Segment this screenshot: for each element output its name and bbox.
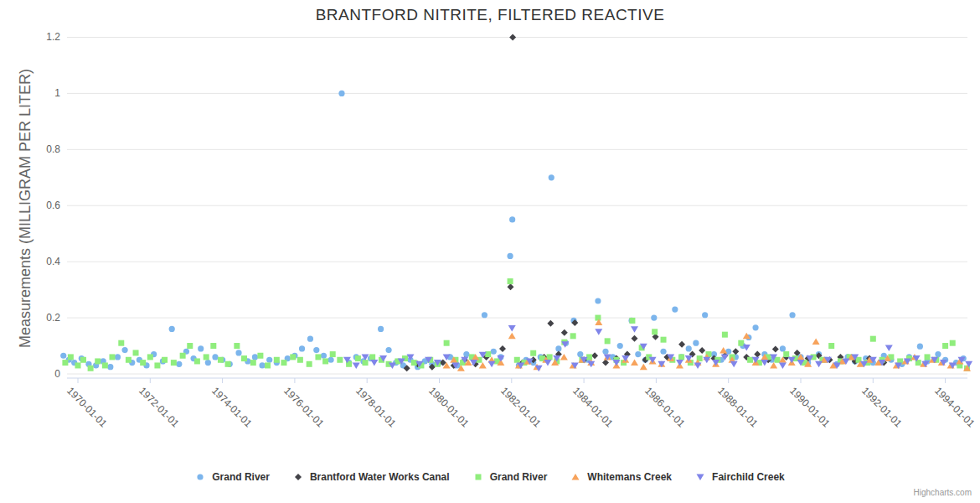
data-point[interactable] — [730, 361, 738, 368]
data-point[interactable] — [783, 351, 789, 357]
data-point[interactable] — [925, 354, 931, 360]
data-point[interactable] — [491, 349, 497, 355]
data-point[interactable] — [514, 357, 520, 363]
data-point[interactable] — [257, 353, 263, 359]
data-point[interactable] — [712, 360, 720, 366]
data-point[interactable] — [355, 355, 361, 361]
data-point[interactable] — [661, 337, 667, 343]
data-point[interactable] — [171, 360, 177, 366]
data-point[interactable] — [328, 357, 333, 363]
data-point[interactable] — [218, 357, 224, 363]
data-point[interactable] — [547, 354, 553, 360]
data-point[interactable] — [385, 347, 391, 353]
data-point[interactable] — [482, 312, 487, 318]
data-point[interactable] — [508, 283, 514, 290]
data-point[interactable] — [632, 335, 638, 342]
legend-item-fairchild-creek[interactable]: Fairchild Creek — [695, 471, 785, 483]
data-point[interactable] — [60, 353, 66, 359]
data-point[interactable] — [321, 353, 327, 359]
data-point[interactable] — [629, 318, 635, 324]
data-point[interactable] — [651, 314, 657, 320]
data-point[interactable] — [107, 364, 113, 370]
data-point[interactable] — [942, 343, 948, 349]
data-point[interactable] — [635, 351, 641, 357]
data-point[interactable] — [828, 343, 834, 349]
data-point[interactable] — [235, 350, 241, 355]
data-point[interactable] — [605, 338, 611, 344]
data-point[interactable] — [812, 339, 820, 345]
data-point[interactable] — [225, 361, 231, 367]
data-point[interactable] — [210, 343, 216, 349]
data-point[interactable] — [88, 366, 94, 371]
data-point[interactable] — [544, 360, 551, 366]
data-point[interactable] — [126, 357, 132, 363]
data-point[interactable] — [281, 360, 286, 366]
data-point[interactable] — [885, 345, 893, 351]
data-point[interactable] — [118, 340, 124, 346]
data-point[interactable] — [322, 358, 328, 364]
data-point[interactable] — [234, 343, 240, 349]
data-point[interactable] — [779, 362, 787, 369]
data-point[interactable] — [732, 348, 739, 355]
data-point[interactable] — [678, 341, 685, 348]
data-point[interactable] — [508, 333, 516, 340]
data-point[interactable] — [591, 352, 598, 359]
data-point[interactable] — [577, 351, 583, 357]
data-point[interactable] — [693, 340, 699, 346]
data-point[interactable] — [602, 360, 609, 366]
data-point[interactable] — [194, 358, 200, 364]
data-point[interactable] — [722, 332, 728, 338]
data-point[interactable] — [595, 329, 602, 335]
data-point[interactable] — [369, 354, 375, 360]
data-point[interactable] — [917, 344, 923, 350]
data-point[interactable] — [699, 347, 705, 354]
data-point[interactable] — [265, 362, 271, 368]
data-point[interactable] — [694, 362, 702, 369]
data-point[interactable] — [509, 216, 515, 222]
data-point[interactable] — [547, 320, 554, 327]
data-point[interactable] — [297, 357, 303, 363]
data-point[interactable] — [780, 345, 786, 351]
data-point[interactable] — [702, 312, 708, 318]
data-point[interactable] — [75, 362, 81, 368]
data-point[interactable] — [140, 360, 146, 366]
data-point[interactable] — [290, 354, 296, 360]
data-point[interactable] — [617, 343, 623, 349]
data-point[interactable] — [508, 278, 513, 284]
data-point[interactable] — [411, 360, 417, 366]
data-point[interactable] — [509, 34, 516, 40]
data-point[interactable] — [747, 357, 753, 363]
data-point[interactable] — [95, 358, 101, 364]
data-point[interactable] — [204, 354, 209, 360]
data-point[interactable] — [80, 357, 86, 363]
data-point[interactable] — [198, 345, 204, 351]
data-point[interactable] — [488, 361, 496, 368]
data-point[interactable] — [772, 346, 779, 353]
legend-item-whitemans-creek[interactable]: Whitemans Creek — [570, 471, 672, 483]
data-point[interactable] — [274, 357, 280, 363]
data-point[interactable] — [595, 315, 601, 321]
data-point[interactable] — [703, 357, 710, 364]
data-point[interactable] — [935, 351, 941, 357]
data-point[interactable] — [299, 345, 305, 351]
data-point[interactable] — [68, 354, 74, 360]
data-point[interactable] — [133, 350, 139, 355]
data-point[interactable] — [176, 361, 182, 367]
data-point[interactable] — [676, 360, 683, 366]
data-point[interactable] — [631, 326, 638, 333]
data-point[interactable] — [259, 362, 265, 368]
data-point[interactable] — [115, 354, 121, 360]
data-point[interactable] — [752, 324, 758, 330]
data-point[interactable] — [507, 253, 513, 259]
data-point[interactable] — [774, 357, 780, 363]
data-point[interactable] — [754, 351, 761, 358]
data-point[interactable] — [631, 360, 638, 366]
data-point[interactable] — [463, 351, 469, 357]
data-point[interactable] — [266, 357, 272, 363]
data-point[interactable] — [652, 329, 658, 334]
data-point[interactable] — [337, 357, 343, 363]
data-point[interactable] — [672, 306, 678, 312]
data-point[interactable] — [307, 361, 312, 367]
data-point[interactable] — [612, 360, 620, 366]
data-point[interactable] — [121, 347, 127, 353]
